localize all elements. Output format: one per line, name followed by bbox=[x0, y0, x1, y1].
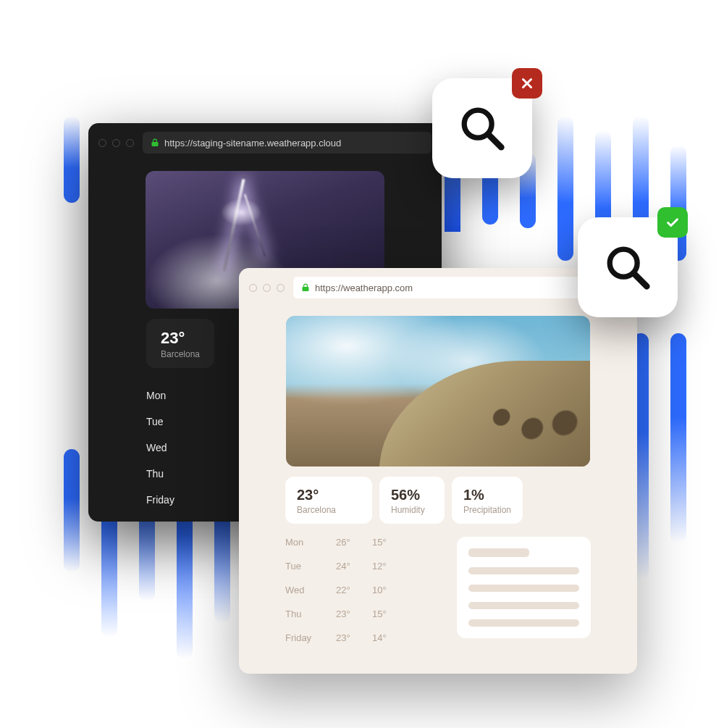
window-control-dot[interactable] bbox=[112, 139, 120, 147]
forecast-low: 10° bbox=[372, 585, 401, 595]
forecast-low: 15° bbox=[372, 537, 401, 548]
forecast-day: Mon bbox=[285, 537, 336, 548]
address-bar[interactable]: https://weatherapp.com bbox=[293, 277, 627, 298]
forecast-row[interactable]: Thu 23° 15° bbox=[285, 608, 442, 619]
forecast-day: Thu bbox=[285, 608, 336, 619]
forecast-list: Mon 26° 15° Tue 24° 12° Wed 22° 10° Thu … bbox=[285, 537, 442, 643]
skeleton-line bbox=[468, 585, 579, 592]
svg-line-1 bbox=[489, 135, 502, 148]
search-icon bbox=[602, 242, 653, 293]
stat-label: Precipitation bbox=[463, 505, 511, 515]
forecast-low: 14° bbox=[372, 632, 401, 643]
stat-value: 56% bbox=[391, 487, 433, 503]
address-bar[interactable]: https://staging-sitename.weatherapp.clou… bbox=[143, 132, 432, 154]
lock-icon bbox=[151, 138, 159, 147]
forecast-low: 15° bbox=[372, 608, 401, 619]
forecast-day: Friday bbox=[285, 632, 336, 643]
temperature-value: 23° bbox=[161, 329, 200, 348]
check-icon bbox=[657, 207, 688, 238]
stat-card-humidity: 56% Humidity bbox=[379, 477, 445, 524]
search-badge-allowed bbox=[578, 217, 678, 317]
window-controls[interactable] bbox=[249, 284, 285, 292]
url-text: https://staging-sitename.weatherapp.clou… bbox=[164, 138, 341, 148]
lock-icon bbox=[302, 283, 309, 292]
forecast-high: 22° bbox=[336, 585, 372, 595]
forecast-high: 26° bbox=[336, 537, 372, 548]
window-control-dot[interactable] bbox=[277, 284, 285, 292]
skeleton-line bbox=[468, 602, 579, 609]
forecast-row[interactable]: Mon 26° 15° bbox=[285, 537, 442, 548]
stat-value: 23° bbox=[297, 487, 361, 503]
search-badge-blocked bbox=[432, 78, 532, 178]
search-icon bbox=[457, 103, 508, 154]
skeleton-line bbox=[468, 567, 579, 574]
window-control-dot[interactable] bbox=[126, 139, 134, 147]
stat-card-precipitation: 1% Precipitation bbox=[452, 477, 523, 524]
stat-label: Barcelona bbox=[297, 505, 361, 515]
stat-label: Humidity bbox=[391, 505, 433, 515]
forecast-day: Wed bbox=[285, 585, 336, 595]
skeleton-line bbox=[468, 548, 529, 557]
forecast-row[interactable]: Wed 22° 10° bbox=[285, 585, 442, 595]
x-icon bbox=[512, 68, 542, 99]
forecast-high: 24° bbox=[336, 561, 372, 572]
stats-row: 23° Barcelona 56% Humidity 1% Precipitat… bbox=[285, 477, 591, 524]
forecast-row[interactable]: Tue 24° 12° bbox=[285, 561, 442, 572]
window-controls[interactable] bbox=[98, 139, 134, 147]
window-control-dot[interactable] bbox=[263, 284, 271, 292]
stat-value: 1% bbox=[463, 487, 511, 503]
hero-image-barcelona bbox=[286, 316, 590, 466]
forecast-high: 23° bbox=[336, 608, 372, 619]
side-card bbox=[457, 537, 591, 638]
window-control-dot[interactable] bbox=[249, 284, 257, 292]
browser-window-production: https://weatherapp.com 23° Barcelona 56%… bbox=[239, 268, 637, 674]
window-control-dot[interactable] bbox=[98, 139, 106, 147]
skeleton-line bbox=[468, 619, 579, 627]
forecast-high: 23° bbox=[336, 632, 372, 643]
location-label: Barcelona bbox=[161, 349, 200, 359]
forecast-day: Tue bbox=[285, 561, 336, 572]
forecast-row[interactable]: Friday 23° 14° bbox=[285, 632, 442, 643]
forecast-low: 12° bbox=[372, 561, 401, 572]
url-text: https://weatherapp.com bbox=[315, 283, 413, 293]
stat-card-temperature: 23° Barcelona bbox=[285, 477, 372, 524]
weather-card: 23° Barcelona bbox=[146, 319, 214, 368]
svg-line-3 bbox=[634, 274, 647, 287]
browser-chrome: https://staging-sitename.weatherapp.clou… bbox=[88, 123, 442, 162]
